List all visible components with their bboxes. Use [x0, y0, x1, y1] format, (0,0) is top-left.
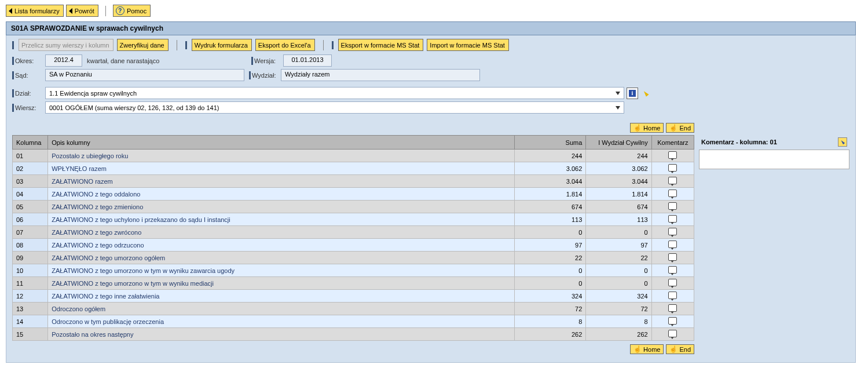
home-top-button[interactable]: ☝Home [630, 123, 664, 133]
dzial-edit-button[interactable] [640, 88, 651, 99]
pomoc-button[interactable]: ? Pomoc [113, 5, 151, 17]
cell-suma: 3.062 [514, 162, 585, 175]
table-row[interactable]: 06ZAŁATWIONO z tego uchylono i przekazan… [13, 213, 694, 226]
cell-comment[interactable] [651, 252, 694, 264]
group-bar [251, 57, 253, 65]
cell-comment[interactable] [651, 226, 694, 239]
cell-comment[interactable] [651, 328, 694, 341]
col-kolumna[interactable]: Kolumna [13, 136, 48, 150]
powrot-label: Powrót [75, 8, 94, 14]
comment-icon [668, 330, 677, 337]
group-bar [12, 57, 14, 65]
powrot-button[interactable]: Powrót [66, 5, 98, 17]
wydruk-button[interactable]: Wydruk formularza [192, 39, 252, 51]
table-row[interactable]: 09ZAŁATWIONO z tego umorzono ogółem2222 [13, 252, 694, 264]
comment-icon [668, 279, 677, 286]
wiersz-value: 0001 OGÓŁEM (suma wierszy 02, 126, 132, … [49, 104, 219, 111]
table-row[interactable]: 10ZAŁATWIONO z tego umorzono w tym w wyn… [13, 264, 694, 277]
table-row[interactable]: 03ZAŁATWIONO razem3.0443.044 [13, 175, 694, 188]
comment-icon [668, 253, 677, 261]
table-row[interactable]: 11ZAŁATWIONO z tego umorzono w tym w wyn… [13, 277, 694, 290]
cell-wydzial1: 97 [586, 239, 651, 252]
hand-icon: ☝ [669, 345, 677, 353]
separator [105, 6, 106, 16]
cell-comment[interactable] [651, 277, 694, 290]
end-top-button[interactable]: ☝End [666, 123, 694, 133]
cell-comment[interactable] [651, 150, 694, 162]
cell-opis: Pozostało na okres następny [48, 328, 515, 341]
arrow-left-icon [69, 8, 72, 14]
end-bottom-button[interactable]: ☝End [666, 344, 694, 354]
end-label: End [679, 125, 691, 132]
cell-opis: ZAŁATWIONO razem [48, 175, 515, 188]
table-row[interactable]: 08ZAŁATWIONO z tego odrzucono9797 [13, 239, 694, 252]
comment-icon [668, 164, 677, 172]
eksport-excel-button[interactable]: Eksport do Excel'a [255, 39, 315, 51]
cell-wydzial1: 324 [586, 290, 651, 303]
zweryfikuj-button[interactable]: Zweryfikuj dane [117, 39, 169, 51]
dzial-row: Dział: 1.1 Ewidencja spraw cywilnych i [12, 87, 849, 99]
table-row[interactable]: 12ZAŁATWIONO z tego inne załatwienia3243… [13, 290, 694, 303]
comment-textbox[interactable] [699, 150, 849, 169]
cell-suma: 0 [514, 264, 585, 277]
dzial-select[interactable]: 1.1 Ewidencja spraw cywilnych [45, 87, 624, 99]
cell-wydzial1: 244 [586, 150, 651, 162]
cell-suma: 324 [514, 290, 585, 303]
cell-comment[interactable] [651, 239, 694, 252]
comment-panel: Komentarz - kolumna: 01 [699, 122, 849, 169]
arrow-left-icon [9, 8, 12, 14]
cell-comment[interactable] [651, 213, 694, 226]
pomoc-label: Pomoc [127, 8, 147, 14]
cell-comment[interactable] [651, 188, 694, 201]
cell-suma: 8 [514, 315, 585, 328]
eksport-msstat-button[interactable]: Eksport w formacie MS Stat [338, 39, 424, 51]
cell-kolumna: 06 [13, 213, 48, 226]
col-wydzial1[interactable]: I Wydział Cywilny [586, 136, 651, 150]
table-row[interactable]: 14Odroczono w tym publikację orzeczenia8… [13, 315, 694, 328]
group-bar [249, 71, 251, 79]
cell-wydzial1: 0 [586, 277, 651, 290]
cell-comment[interactable] [651, 162, 694, 175]
table-row[interactable]: 15Pozostało na okres następny262262 [13, 328, 694, 341]
cell-comment[interactable] [651, 290, 694, 303]
okres-field[interactable]: 2012.4 [45, 54, 82, 67]
table-row[interactable]: 13Odroczono ogółem7272 [13, 303, 694, 315]
cell-wydzial1: 674 [586, 201, 651, 213]
cell-opis: ZAŁATWIONO z tego zmieniono [48, 201, 515, 213]
cell-comment[interactable] [651, 175, 694, 188]
table-row[interactable]: 04ZAŁATWIONO z tego oddalono1.8141.814 [13, 188, 694, 201]
table-row[interactable]: 07ZAŁATWIONO z tego zwrócono00 [13, 226, 694, 239]
wersja-field[interactable]: 01.01.2013 [283, 54, 332, 67]
cell-suma: 674 [514, 201, 585, 213]
cell-suma: 1.814 [514, 188, 585, 201]
dzial-info-button[interactable]: i [627, 88, 638, 99]
cell-comment[interactable] [651, 201, 694, 213]
cell-opis: ZAŁATWIONO z tego inne załatwienia [48, 290, 515, 303]
wiersz-select[interactable]: 0001 OGÓŁEM (suma wierszy 02, 126, 132, … [45, 101, 624, 114]
cell-kolumna: 04 [13, 188, 48, 201]
sad-field[interactable]: SA w Poznaniu [45, 69, 244, 81]
lista-formularzy-button[interactable]: Lista formularzy [6, 5, 64, 17]
col-suma[interactable]: Suma [514, 136, 585, 150]
table-row[interactable]: 01Pozostało z ubiegłego roku244244 [13, 150, 694, 162]
col-opis[interactable]: Opis kolumny [48, 136, 515, 150]
cell-kolumna: 12 [13, 290, 48, 303]
cell-comment[interactable] [651, 303, 694, 315]
col-komentarz[interactable]: Komentarz [651, 136, 694, 150]
table-row[interactable]: 02WPŁYNĘŁO razem3.0623.062 [13, 162, 694, 175]
wersja-label: Wersja: [254, 57, 283, 64]
cell-comment[interactable] [651, 315, 694, 328]
cell-wydzial1: 22 [586, 252, 651, 264]
cell-wydzial1: 1.814 [586, 188, 651, 201]
cell-suma: 3.044 [514, 175, 585, 188]
home-bottom-button[interactable]: ☝Home [630, 344, 664, 354]
comment-icon [668, 190, 677, 197]
comment-icon [668, 177, 677, 184]
dzial-value: 1.1 Ewidencja spraw cywilnych [49, 90, 137, 97]
table-wrapper: ☝Home ☝End Kolumna Opis kolumny Suma I W… [12, 122, 694, 356]
cell-comment[interactable] [651, 264, 694, 277]
wydzial-field[interactable]: Wydziały razem [281, 69, 480, 81]
comment-edit-button[interactable] [838, 137, 847, 147]
table-row[interactable]: 05ZAŁATWIONO z tego zmieniono674674 [13, 201, 694, 213]
import-msstat-button[interactable]: Import w formacie MS Stat [427, 39, 509, 51]
